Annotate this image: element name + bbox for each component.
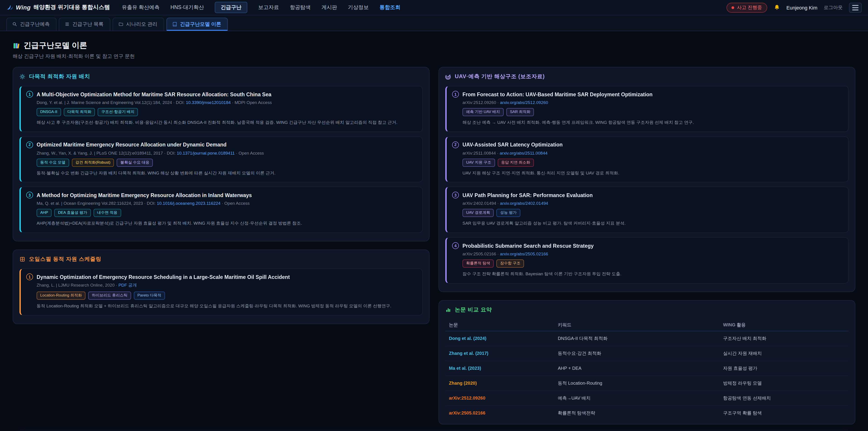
section-comparison-summary: 논문 비교 요약 논문 키워드 WING 활용 Dong e	[438, 300, 855, 425]
paper-meta: arXiv:2505.02166 · arxiv.org/abs/2505.02…	[463, 251, 843, 256]
bell-icon[interactable]	[773, 4, 780, 11]
tag: 내수면 적용	[93, 209, 121, 217]
meta-text: · Open Access	[220, 201, 250, 206]
books-icon	[13, 42, 20, 49]
tag: Pareto 다목적	[134, 291, 165, 300]
tag: UAV 경로계획	[463, 209, 494, 217]
column-header: WING 활용	[719, 319, 848, 331]
paper-link[interactable]: arXiv:2512.09260	[445, 391, 554, 406]
nav-item-hns[interactable]: HNS·대기확산	[170, 4, 204, 11]
pdf-link[interactable]: PDF 공개	[119, 282, 137, 287]
paper-number-badge: 1	[26, 91, 33, 98]
search-icon	[12, 22, 17, 27]
paper-link[interactable]: Zhang (2020)	[445, 376, 554, 391]
tab-label: 시나리오 관리	[126, 21, 157, 28]
section-title: 다목적 최적화 자원 배치	[29, 73, 90, 81]
keyword-cell: AHP + DEA	[554, 361, 719, 376]
doi-link[interactable]: 10.1371/journal.pone.0189411	[177, 150, 235, 155]
meta-text: arXiv:2505.02166 ·	[463, 251, 500, 256]
paper-link[interactable]: Ma et al. (2023)	[445, 361, 554, 376]
section-title: 논문 비교 요약	[455, 306, 492, 314]
tab-scenario-management[interactable]: 시나리오 관리	[113, 18, 164, 31]
app-logo[interactable]: Wing 해양환경 위기대응 통합시스템	[6, 4, 110, 11]
usage-cell: 실시간 자원 재배치	[719, 346, 848, 361]
table-header-row: 논문 키워드 WING 활용	[445, 319, 848, 331]
app-title: 해양환경 위기대응 통합시스템	[33, 4, 110, 11]
nav-item-reports[interactable]: 보고자료	[258, 4, 279, 11]
nav-item-weather[interactable]: 기상정보	[348, 4, 369, 11]
nav-item-integrated-search[interactable]: 통합조회	[379, 4, 400, 11]
tag: Location-Routing 최적화	[37, 291, 86, 300]
page-header: 긴급구난모델 이론 해상 긴급구난 자원 배치·최적화 이론 및 참고 연구 문…	[13, 40, 855, 60]
table-row: Zhang (2020) 동적 Location-Routing 방제정 라우팅…	[445, 376, 848, 391]
wing-logo-icon	[6, 4, 13, 11]
paper-tags: Location-Routing 최적화 하이브리드 휴리스틱 Pareto 다…	[37, 291, 417, 300]
paper-number-badge: 3	[452, 192, 459, 199]
tab-rescue-list[interactable]: 긴급구난 목록	[59, 18, 110, 31]
table-row: Zhang et al. (2017) 동적수요·강건 최적화 실시간 자원 재…	[445, 346, 848, 361]
paper-number-badge: 3	[26, 192, 33, 199]
doi-link[interactable]: 10.1016/j.oceaneng.2023.116224	[157, 201, 221, 206]
section-uav-forecast: UAV·예측 기반 해상구조 (보조자료) 1 From Forecast to…	[438, 67, 855, 292]
paper-description: 잠수 구조 전략 확률론적 최적화. Bayesian 탐색 이론 기반 구조자…	[463, 271, 843, 277]
paper-link[interactable]: Zhang et al. (2017)	[445, 346, 554, 361]
paper-number-badge: 1	[26, 274, 33, 280]
paper-meta: Ma, Q. et al. | Ocean Engineering Vol.28…	[37, 201, 417, 206]
tag: AHP	[37, 209, 52, 217]
paper-tags: UAV 지원 구조 응답 지연 최소화	[463, 158, 843, 166]
paper-description: 해상 사고 후 구조자원(구조선·항공기) 배치 최적화. 비용·응답시간 동시…	[37, 119, 417, 126]
tab-rescue-model-theory[interactable]: 긴급구난모델 이론	[166, 18, 228, 31]
paper-title: UAV-Assisted SAR Latency Optimization	[463, 142, 563, 147]
paper-tags: 동적 수요 모델 강건 최적화(Robust) 불확실 수요 대응	[37, 158, 417, 166]
tag: 동적 수요 모델	[37, 158, 69, 166]
tag: DNSGA-II	[37, 108, 61, 116]
paper-number-badge: 2	[26, 141, 33, 148]
logo-mark: Wing	[16, 4, 31, 11]
section-multi-objective: 다목적 최적화 자원 배치 1 A Multi-Objective Optimi…	[13, 67, 430, 241]
nav-item-rescue[interactable]: 긴급구난	[215, 2, 247, 13]
sub-tabbar: 긴급구난예측 긴급구난 목록 시나리오 관리 긴급구난모델 이론	[0, 16, 868, 31]
doi-link[interactable]: 10.3390/jmse12010184	[186, 100, 231, 105]
tag: 잠수함 구조	[497, 259, 524, 268]
meta-text: Dong, Y. et al. | J. Marine Science and …	[37, 100, 186, 105]
tag: 하이브리드 휴리스틱	[88, 291, 131, 300]
paper-link[interactable]: arXiv:2505.02166	[445, 406, 554, 420]
hamburger-menu-button[interactable]	[849, 2, 862, 12]
section-oil-spill-scheduling: 오일스필 동적 자원 스케줄링 1 Dynamic Optimization o…	[13, 249, 430, 324]
incident-status-badge[interactable]: 사고 진행중	[726, 2, 767, 12]
paper-tags: UAV 경로계획 성능 평가	[463, 209, 843, 217]
paper-card: 4 Probabilistic Submarine Search and Res…	[445, 237, 848, 283]
tab-label: 긴급구난모델 이론	[180, 21, 221, 28]
paper-title: A Method for Optimizing Maritime Emergen…	[37, 192, 252, 198]
logout-button[interactable]: 로그아웃	[824, 4, 843, 11]
top-navbar: Wing 해양환경 위기대응 통합시스템 유출유 확산예측 HNS·대기확산 긴…	[0, 0, 868, 16]
column-header: 논문	[445, 319, 554, 331]
paper-description: 동적·불확실 수요 변화 긴급구난 자원 배치 다목적 최적화. WING 해상…	[37, 170, 417, 176]
nav-item-oil-spread[interactable]: 유출유 확산예측	[122, 4, 160, 11]
column-header: 키워드	[554, 319, 719, 331]
tag: SAR 최적화	[506, 108, 534, 116]
tag: 다목적 최적화	[64, 108, 95, 116]
nav-item-board[interactable]: 게시판	[321, 4, 337, 11]
book-icon	[172, 22, 177, 27]
paper-link[interactable]: Dong et al. (2024)	[445, 331, 554, 346]
usage-cell: 자원 효율성 평가	[719, 361, 848, 376]
paper-tags: AHP DEA 효율성 평가 내수면 적용	[37, 209, 417, 217]
arxiv-link[interactable]: arxiv.org/abs/2505.02166	[500, 251, 548, 256]
page-subtitle: 해상 긴급구난 자원 배치·최적화 이론 및 참고 연구 문헌	[13, 53, 855, 60]
paper-card: 3 UAV Path Planning for SAR: Performance…	[445, 187, 848, 233]
paper-number-badge: 2	[452, 141, 459, 148]
arxiv-link[interactable]: arxiv.org/abs/2402.01494	[500, 201, 548, 206]
paper-description: UAV 지원 해상 구조 지연·지연 최적화. 통신·처리 지연 모델링 및 U…	[463, 170, 843, 176]
section-title: 오일스필 동적 자원 스케줄링	[29, 255, 101, 263]
arxiv-link[interactable]: arxiv.org/abs/2512.09260	[500, 100, 548, 105]
user-name: Eunjeong Kim	[786, 5, 817, 10]
arxiv-link[interactable]: arxiv.org/abs/2511.00844	[500, 150, 548, 155]
tab-rescue-prediction[interactable]: 긴급구난예측	[6, 18, 57, 31]
left-column: 다목적 최적화 자원 배치 1 A Multi-Objective Optimi…	[13, 67, 430, 332]
tag: 확률론적 탐색	[463, 259, 494, 268]
paper-title: From Forecast to Action: UAV-Based Marit…	[463, 92, 653, 97]
nav-item-aerial-search[interactable]: 항공탐색	[290, 4, 311, 11]
paper-card: 2 UAV-Assisted SAR Latency Optimization …	[445, 136, 848, 182]
paper-description: AHP(계층분석법)+DEA(자료포락분석)로 긴급구난 자원 효율성 평가 및…	[37, 220, 417, 227]
